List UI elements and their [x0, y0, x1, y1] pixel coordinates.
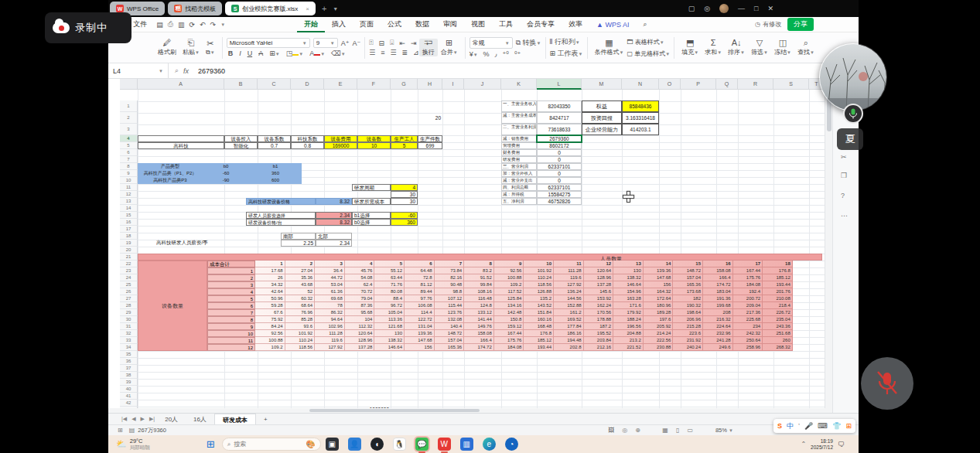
row-number-30[interactable]: 30 [120, 316, 138, 323]
weather-widget[interactable]: ⛅ 29°C 局部晴朗 [116, 438, 150, 451]
bt-cell-r8c4[interactable]: 104 [345, 316, 375, 323]
taskbar-app-browser[interactable]: ◔ [505, 438, 518, 451]
bt-cell-r1c10[interactable]: 101.92 [524, 267, 554, 274]
bt-cell-r2c8[interactable]: 91.52 [464, 274, 494, 281]
find-button[interactable]: ⌕查找▼ [794, 39, 818, 56]
column-header-A[interactable]: A [138, 79, 224, 90]
bt-cell-r10c15[interactable]: 223.6 [673, 330, 703, 337]
product-r0-c0[interactable]: 产品类型 [138, 163, 203, 170]
rd-salary-value[interactable]: 2.34 [316, 212, 352, 219]
bt-cell-r5c1[interactable]: 50.96 [255, 295, 285, 302]
bt-cell-r3c9[interactable]: 109.2 [494, 281, 524, 288]
notification-icon[interactable]: 🗨 [838, 441, 845, 448]
bt-col-header-2[interactable]: 2 [285, 261, 316, 267]
bt-col-header-7[interactable]: 7 [435, 261, 465, 267]
font-size-select[interactable]: 9▼ [313, 38, 338, 48]
row-number-33[interactable]: 33 [120, 337, 138, 344]
orientation-icon[interactable]: ⊿ [413, 49, 419, 56]
equip-header-2[interactable]: 设备系数 [258, 135, 291, 142]
underline-button[interactable]: U [248, 49, 253, 57]
bt-cell-r5c12[interactable]: 153.92 [584, 295, 614, 302]
income-label-1[interactable]: 一、主营业务收入 [501, 100, 537, 112]
bt-cell-r7c17[interactable]: 217.36 [733, 309, 763, 316]
sum-button[interactable]: Σ求和▼ [702, 39, 725, 56]
bt-cell-r3c17[interactable]: 184.08 [733, 281, 763, 288]
strikethrough-button[interactable]: A [258, 49, 263, 57]
bt-cell-r2c15[interactable]: 157.04 [673, 274, 703, 281]
income-label-3[interactable]: 二、主营业务利润 [501, 124, 537, 135]
bt-row-label-4[interactable]: 4 [207, 288, 255, 295]
fx-icon[interactable]: fx [183, 67, 189, 75]
bt-cell-r11c17[interactable]: 250.64 [733, 337, 763, 344]
bt-cell-r5c11[interactable]: 144.56 [554, 295, 584, 302]
bt-cell-r11c3[interactable]: 119.6 [315, 337, 345, 344]
bt-cell-r11c16[interactable]: 241.28 [703, 337, 733, 344]
bt-cell-r5c17[interactable]: 200.72 [733, 295, 763, 302]
bt-cell-r2c9[interactable]: 100.88 [494, 274, 524, 281]
column-header-I[interactable]: I [442, 79, 464, 90]
bt-cell-r6c9[interactable]: 134.16 [494, 302, 524, 309]
row-number-16[interactable]: 16 [120, 219, 138, 226]
sogou-icon[interactable]: S [777, 422, 782, 430]
comma-icon[interactable]: ٫ [495, 50, 497, 58]
bt-cell-r1c5[interactable]: 55.12 [374, 267, 405, 274]
bt-cell-r10c17[interactable]: 242.32 [733, 330, 763, 337]
bt-cell-r4c15[interactable]: 173.68 [673, 288, 703, 295]
row-number-12[interactable]: 12 [120, 191, 138, 198]
bt-cell-r7c2[interactable]: 76.96 [285, 309, 316, 316]
bt-cell-r7c7[interactable]: 123.76 [435, 309, 465, 316]
bt-cell-r11c9[interactable]: 175.76 [494, 337, 524, 344]
income-label-13[interactable]: 五、净利润 [501, 198, 537, 205]
equip-value-1[interactable]: 智能化 [224, 142, 258, 149]
bt-cell-r9c18[interactable]: 243.36 [763, 323, 793, 330]
bt-cell-r12c2[interactable]: 118.56 [285, 344, 316, 351]
bt-cell-r6c4[interactable]: 87.36 [345, 302, 375, 309]
product-r2-c0[interactable]: 高科技产品类P3 [138, 177, 203, 184]
share-button[interactable]: 分享 [787, 18, 814, 31]
product-r1-c2[interactable]: 360 [249, 170, 302, 177]
sync-icon[interactable]: ⟳ [187, 21, 198, 29]
bt-cell-r11c7[interactable]: 157.04 [435, 337, 465, 344]
bt-cell-r1c15[interactable]: 148.72 [673, 267, 703, 274]
worksheet-button[interactable]: ⊞ 工作表▼ [550, 49, 583, 59]
column-header-P[interactable]: P [681, 79, 716, 90]
equip-header-7[interactable]: 生产件数 [418, 135, 442, 142]
bt-cell-r4c11[interactable]: 136.24 [554, 288, 584, 295]
bt-cell-r8c8[interactable]: 141.44 [464, 316, 494, 323]
tab-list-chevron-icon[interactable]: ▼ [333, 6, 338, 12]
bt-cell-r4c3[interactable]: 61.36 [315, 288, 345, 295]
income-value-5[interactable]: 8602172 [537, 142, 582, 149]
bt-cell-r4c18[interactable]: 201.76 [763, 288, 793, 295]
column-header-R[interactable]: R [738, 79, 773, 90]
metric-label-0[interactable]: 权益 [582, 100, 622, 112]
bt-cell-r9c16[interactable]: 224.64 [703, 323, 733, 330]
row-number-35[interactable]: 35 [120, 351, 138, 358]
row-number-21[interactable]: 21 [120, 254, 138, 261]
bt-cell-r11c6[interactable]: 147.68 [405, 337, 435, 344]
eye-icon[interactable]: ◎ [622, 427, 627, 434]
bt-col-header-1[interactable]: 1 [255, 261, 285, 267]
region-row-label[interactable]: 高科技研发人员薪资/季 [155, 240, 271, 247]
bt-col-header-3[interactable]: 3 [315, 261, 345, 267]
row-number-38[interactable]: 38 [120, 372, 138, 379]
income-label-4[interactable]: 减：销售费用 [501, 135, 537, 142]
bt-cell-r11c4[interactable]: 128.96 [345, 337, 375, 344]
bt-cell-r10c11[interactable]: 186.16 [554, 330, 584, 337]
rd-cycle-label[interactable]: 研发周期 [352, 184, 391, 191]
menu-tab-wps-ai[interactable]: ▲ WPS AI [589, 21, 636, 29]
income-value-3[interactable]: 73618633 [537, 124, 582, 135]
equip-header-1[interactable]: 设备投入 [224, 135, 258, 142]
taskbar-app-wps[interactable]: W [438, 438, 451, 451]
bt-cell-r7c18[interactable]: 226.72 [763, 309, 793, 316]
decrease-font-icon[interactable]: A⁻ [352, 39, 360, 47]
ime-punct-icon[interactable]: ’ [798, 422, 800, 430]
ime-skin-icon[interactable]: 👕 [832, 422, 841, 430]
menu-tab-page[interactable]: 页面 [353, 19, 381, 29]
bt-cell-r9c2[interactable]: 93.6 [285, 323, 316, 330]
selected-cell-L4[interactable] [536, 135, 582, 143]
row-number-6[interactable]: 6 [120, 149, 138, 156]
bt-cell-r3c6[interactable]: 81.12 [405, 281, 435, 288]
row-number-42[interactable]: 42 [120, 400, 138, 407]
bt-cell-r9c10[interactable]: 168.48 [524, 323, 554, 330]
bt-cell-r10c6[interactable]: 139.36 [405, 330, 435, 337]
